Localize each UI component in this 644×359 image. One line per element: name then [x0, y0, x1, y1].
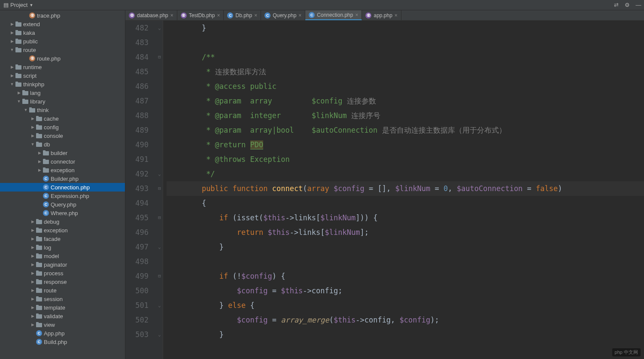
tree-item-query-php[interactable]: CQuery.php	[0, 200, 125, 209]
tree-arrow-icon[interactable]	[9, 47, 15, 52]
code-line[interactable]: if (!$config) {	[167, 269, 644, 283]
tree-item-builder-php[interactable]: CBuilder.php	[0, 174, 125, 183]
tab-database-php[interactable]: ⦿database.php×	[125, 10, 177, 20]
tree-item-validate[interactable]: validate	[0, 312, 125, 320]
tree-arrow-icon[interactable]	[37, 202, 42, 207]
tree-arrow-icon[interactable]	[30, 253, 35, 259]
fold-marker[interactable]	[156, 94, 163, 108]
code-line[interactable]: {	[167, 196, 644, 210]
tree-item-connection-php[interactable]: CConnection.php	[0, 183, 125, 192]
fold-marker[interactable]	[156, 196, 163, 210]
fold-marker[interactable]	[156, 283, 163, 298]
hide-icon[interactable]: —	[635, 1, 642, 9]
tree-item-trace-php[interactable]: ⦿trace.php	[0, 11, 125, 20]
fold-marker[interactable]: ⌃	[156, 167, 163, 181]
fold-marker[interactable]: ⌃	[156, 21, 163, 35]
tree-item-config[interactable]: config	[0, 123, 125, 131]
tree-arrow-icon[interactable]	[30, 142, 35, 147]
fold-marker[interactable]: ⊟	[156, 210, 163, 225]
fold-marker[interactable]	[156, 35, 163, 50]
tree-arrow-icon[interactable]	[23, 13, 28, 18]
fold-marker[interactable]	[156, 123, 163, 137]
code-line[interactable]	[167, 35, 644, 50]
tree-item-think[interactable]: think	[0, 106, 125, 114]
tab-db-php[interactable]: CDb.php×	[224, 10, 261, 20]
tree-arrow-icon[interactable]	[30, 288, 35, 293]
tab-connection-php[interactable]: CConnection.php×	[305, 10, 362, 20]
code-line[interactable]: }	[167, 327, 644, 342]
close-icon[interactable]: ×	[355, 12, 358, 18]
tree-item-library[interactable]: library	[0, 97, 125, 106]
tree-arrow-icon[interactable]	[30, 116, 35, 121]
tree-item-extend[interactable]: extend	[0, 20, 125, 28]
tree-item-route[interactable]: route	[0, 286, 125, 295]
fold-marker[interactable]	[156, 254, 163, 269]
fold-marker[interactable]: ⊟	[156, 50, 163, 64]
code-line[interactable]: $config = $this->config;	[167, 283, 644, 298]
fold-marker[interactable]	[156, 64, 163, 79]
tree-arrow-icon[interactable]	[30, 331, 35, 336]
tree-item-thinkphp[interactable]: thinkphp	[0, 80, 125, 88]
fold-marker[interactable]: ⌃	[156, 327, 163, 342]
fold-marker[interactable]	[156, 108, 163, 123]
tree-arrow-icon[interactable]	[37, 210, 42, 216]
fold-marker[interactable]: ⊟	[156, 181, 163, 196]
gear-icon[interactable]: ⚙	[623, 1, 631, 9]
tree-item-route-php[interactable]: ⦿route.php	[0, 54, 125, 63]
fold-marker[interactable]: ⌃	[156, 240, 163, 254]
fold-marker[interactable]	[156, 225, 163, 240]
scroll-from-source-icon[interactable]: ⇄	[612, 1, 620, 9]
tree-arrow-icon[interactable]	[30, 228, 35, 233]
close-icon[interactable]: ×	[254, 12, 257, 18]
tree-item-lang[interactable]: lang	[0, 88, 125, 97]
tree-item-debug[interactable]: debug	[0, 217, 125, 226]
close-icon[interactable]: ×	[170, 12, 173, 18]
code-line[interactable]: * @param integer $linkNum 连接序号	[167, 108, 644, 123]
tree-item-paginator[interactable]: paginator	[0, 260, 125, 269]
code-line[interactable]: * @param array $config 连接参数	[167, 94, 644, 108]
tree-arrow-icon[interactable]	[30, 305, 35, 310]
tree-arrow-icon[interactable]	[37, 159, 42, 164]
tree-arrow-icon[interactable]	[30, 262, 35, 267]
tree-arrow-icon[interactable]	[30, 271, 35, 276]
tree-item-facade[interactable]: facade	[0, 234, 125, 243]
tree-arrow-icon[interactable]	[9, 21, 15, 27]
tree-item-db[interactable]: db	[0, 140, 125, 149]
code-editor[interactable]: 4824834844854864874884894904914924934944…	[125, 21, 644, 359]
code-line[interactable]: if (isset($this->links[$linkNum])) {	[167, 210, 644, 225]
code-line[interactable]: $config = array_merge($this->config, $co…	[167, 313, 644, 327]
tree-item-app-php[interactable]: CApp.php	[0, 329, 125, 338]
tree-item-cache[interactable]: cache	[0, 114, 125, 123]
fold-marker[interactable]	[156, 313, 163, 327]
tree-item-build-php[interactable]: CBuild.php	[0, 338, 125, 346]
fold-marker[interactable]: ⊟	[156, 269, 163, 283]
tree-arrow-icon[interactable]	[37, 150, 42, 155]
tree-arrow-icon[interactable]	[16, 99, 21, 104]
code-line[interactable]: }	[167, 21, 644, 35]
tree-item-kaka[interactable]: kaka	[0, 28, 125, 37]
tree-item-log[interactable]: log	[0, 243, 125, 252]
tree-item-builder[interactable]: builder	[0, 149, 125, 157]
tree-item-script[interactable]: script	[0, 71, 125, 80]
tab-testdb-php[interactable]: ⦿TestDb.php×	[177, 10, 224, 20]
tree-arrow-icon[interactable]	[9, 30, 15, 35]
tree-arrow-icon[interactable]	[23, 107, 28, 113]
tree-arrow-icon[interactable]	[37, 167, 42, 173]
code-line[interactable]: * @param array|bool $autoConnection 是否自动…	[167, 123, 644, 137]
tree-item-expression-php[interactable]: CExpression.php	[0, 192, 125, 200]
code-line[interactable]: * @return PDO	[167, 137, 644, 152]
tree-item-view[interactable]: view	[0, 320, 125, 329]
tree-item-where-php[interactable]: CWhere.php	[0, 209, 125, 217]
tree-item-public[interactable]: public	[0, 37, 125, 46]
code-line[interactable]: * @throws Exception	[167, 152, 644, 167]
tree-arrow-icon[interactable]	[30, 279, 35, 284]
tree-arrow-icon[interactable]	[30, 313, 35, 319]
tree-arrow-icon[interactable]	[9, 39, 15, 44]
tree-arrow-icon[interactable]	[9, 82, 15, 87]
code-line[interactable]: * 连接数据库方法	[167, 64, 644, 79]
tree-arrow-icon[interactable]	[30, 133, 35, 138]
tab-query-php[interactable]: CQuery.php×	[261, 10, 305, 20]
tree-arrow-icon[interactable]	[16, 90, 21, 95]
tree-item-route[interactable]: route	[0, 46, 125, 54]
code-line[interactable]: * @access public	[167, 79, 644, 94]
